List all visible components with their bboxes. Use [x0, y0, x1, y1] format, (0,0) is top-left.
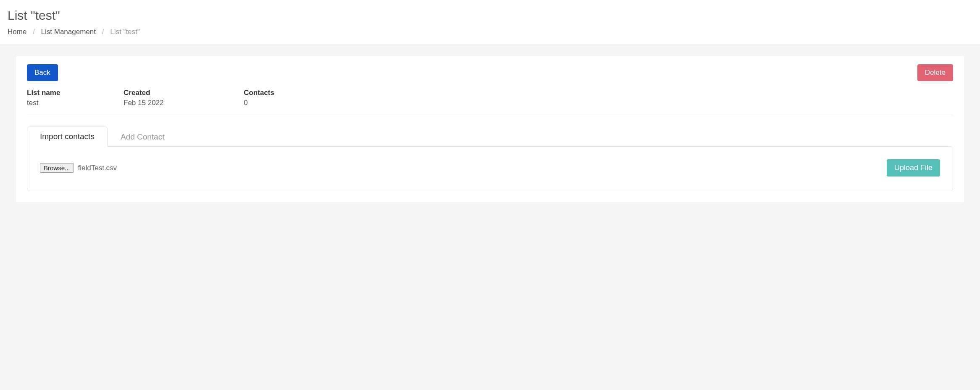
- selected-file-name: fieldTest.csv: [78, 164, 117, 172]
- meta-contacts-label: Contacts: [244, 89, 340, 97]
- tabs: Import contacts Add Contact: [27, 126, 953, 146]
- browse-button[interactable]: Browse...: [40, 163, 74, 173]
- page-header: List "test" Home / List Management / Lis…: [0, 0, 980, 44]
- breadcrumb-home[interactable]: Home: [8, 28, 26, 36]
- back-button[interactable]: Back: [27, 64, 58, 81]
- meta-created-label: Created: [124, 89, 244, 97]
- content-area: Back Delete List name test Created Feb 1…: [0, 44, 980, 214]
- meta-list-name-value: test: [27, 99, 124, 107]
- breadcrumb-list-management[interactable]: List Management: [41, 28, 96, 36]
- page-title: List "test": [8, 8, 972, 23]
- meta-row: List name test Created Feb 15 2022 Conta…: [27, 89, 953, 115]
- breadcrumb-current: List "test": [110, 28, 140, 36]
- meta-created-value: Feb 15 2022: [124, 99, 244, 107]
- breadcrumb: Home / List Management / List "test": [8, 28, 972, 36]
- action-row: Back Delete: [27, 64, 953, 81]
- meta-created: Created Feb 15 2022: [124, 89, 244, 107]
- tab-add-contact[interactable]: Add Contact: [108, 127, 178, 147]
- breadcrumb-separator: /: [33, 28, 35, 36]
- file-selector: Browse... fieldTest.csv: [40, 163, 117, 173]
- list-detail-card: Back Delete List name test Created Feb 1…: [16, 56, 964, 202]
- breadcrumb-separator: /: [102, 28, 104, 36]
- upload-file-button[interactable]: Upload File: [887, 159, 940, 177]
- meta-contacts-value: 0: [244, 99, 340, 107]
- meta-list-name: List name test: [27, 89, 124, 107]
- meta-list-name-label: List name: [27, 89, 124, 97]
- meta-contacts: Contacts 0: [244, 89, 340, 107]
- delete-button[interactable]: Delete: [917, 64, 953, 81]
- import-contacts-panel: Browse... fieldTest.csv Upload File: [27, 146, 953, 191]
- tab-import-contacts[interactable]: Import contacts: [27, 126, 108, 147]
